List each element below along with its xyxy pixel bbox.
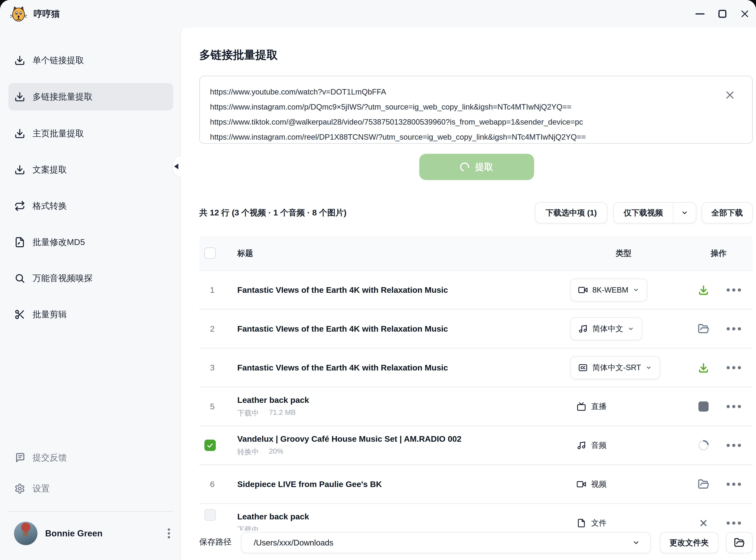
repeat-icon: [14, 200, 25, 212]
open-folder-button[interactable]: [697, 478, 710, 491]
save-path-label: 保存路径: [199, 537, 232, 547]
type-select-dropdown[interactable]: 简体中文-SRT: [570, 356, 660, 379]
type-indicator: 直播: [570, 401, 606, 412]
change-folder-label: 更改文件夹: [670, 537, 709, 548]
row-title: Leather back pack: [237, 512, 570, 522]
stop-button[interactable]: [697, 400, 710, 413]
sidebar-item-label: 多链接批量提取: [33, 91, 93, 103]
table-row: 3 Fantastic VIews of the Earth 4K with R…: [199, 348, 753, 386]
kebab-horizontal-icon: [726, 365, 742, 370]
column-header-action: 操作: [688, 248, 753, 259]
type-label: 简体中文-SRT: [592, 362, 641, 373]
open-folder-button[interactable]: [697, 323, 710, 335]
url-input[interactable]: https://www.youtube.com/watch?v=DOT1LmQb…: [199, 76, 753, 144]
row-title: Fantastic VIews of the Earth 4K with Rel…: [237, 324, 570, 334]
closed-captions-icon: [578, 363, 588, 372]
dropdown-toggle[interactable]: [673, 209, 696, 216]
bottom-bar: 保存路径 /Users/xxx/Downloads 更改文件夹: [181, 531, 756, 560]
sidebar-item-single-link-extract[interactable]: 单个链接提取: [8, 46, 173, 74]
more-actions-button[interactable]: [726, 365, 742, 370]
row-checkbox[interactable]: [204, 509, 216, 521]
table-row: 5 Leather back pack 下载中 71.2 MB 直播: [199, 386, 753, 425]
save-path-select[interactable]: /Users/xxx/Downloads: [241, 532, 651, 553]
type-select-dropdown[interactable]: 简体中文: [570, 317, 642, 340]
download-selected-label: 下载选中项 (1): [546, 207, 597, 218]
change-folder-button[interactable]: 更改文件夹: [660, 532, 719, 553]
table-row: 6 Sidepiece LIVE from Paulie Gee's BK 视频: [199, 464, 753, 503]
titlebar: 哼哼猫: [0, 0, 756, 28]
table-row: 2 Fantastic VIews of the Earth 4K with R…: [199, 309, 753, 348]
sidebar-item-copywriting-extract[interactable]: 文案提取: [8, 156, 173, 184]
download-selected-button[interactable]: 下载选中项 (1): [535, 202, 608, 223]
chevron-down-icon: [633, 539, 640, 546]
download-icon: [698, 362, 709, 374]
kebab-horizontal-icon: [726, 482, 742, 486]
maximize-icon: [718, 10, 727, 18]
sidebar-item-universal-sniffer[interactable]: 万能音视频嗅探: [8, 264, 173, 292]
url-line: https://www.instagram.com/p/DQmc9×5jIWS/…: [210, 99, 717, 115]
more-actions-button[interactable]: [726, 482, 742, 486]
clear-input-button[interactable]: [724, 89, 736, 101]
sidebar-item-multi-link-batch-extract[interactable]: 多链接批量提取: [8, 83, 173, 111]
table-row: Vandelux | Groovy Café House Music Set |…: [199, 425, 753, 464]
type-label: 音频: [591, 440, 606, 451]
extract-button[interactable]: 提取: [419, 154, 534, 180]
download-icon: [14, 128, 25, 139]
download-icon: [698, 284, 709, 296]
download-all-button[interactable]: 全部下载: [701, 202, 753, 223]
type-label: 8K-WEBM: [592, 286, 628, 294]
sidebar-item-label: 万能音视频嗅探: [33, 273, 93, 284]
row-status: 下载中 71.2 MB: [237, 408, 570, 418]
download-button[interactable]: [697, 362, 710, 374]
column-header-title: 标题: [221, 248, 570, 259]
sidebar-item-label: 文案提取: [33, 164, 67, 176]
feedback-icon: [14, 452, 25, 463]
type-label: 视频: [591, 479, 606, 489]
url-line: https://www.instagram.com/reel/DP1X88TCN…: [210, 129, 717, 144]
extract-button-label: 提取: [475, 161, 493, 173]
sidebar-item-settings[interactable]: 设置: [8, 475, 173, 503]
close-icon: [740, 9, 750, 19]
type-indicator: 文件: [570, 518, 606, 528]
row-number: 3: [199, 363, 221, 373]
download-button[interactable]: [697, 284, 710, 296]
row-title: Leather back pack: [237, 395, 570, 405]
folder-open-icon: [734, 537, 745, 548]
user-profile[interactable]: Bonnie Green: [8, 519, 175, 548]
close-button[interactable]: [734, 0, 756, 28]
sidebar: 单个链接提取 多链接批量提取 主页批量提取 文案提取 格式转换: [0, 28, 180, 560]
download-video-only-split-button[interactable]: 仅下载视频: [613, 202, 696, 223]
sidebar-item-batch-edit[interactable]: 批量剪辑: [8, 300, 173, 328]
sidebar-item-format-convert[interactable]: 格式转换: [8, 192, 173, 220]
more-actions-button[interactable]: [726, 443, 742, 447]
row-number: 1: [199, 285, 221, 295]
more-actions-button[interactable]: [726, 521, 742, 525]
user-menu-button[interactable]: [163, 527, 175, 539]
sidebar-item-label: 设置: [33, 483, 50, 494]
kebab-horizontal-icon: [726, 288, 742, 292]
row-title: Sidepiece LIVE from Paulie Gee's BK: [237, 479, 570, 489]
more-actions-button[interactable]: [726, 288, 742, 292]
sidebar-item-homepage-batch-extract[interactable]: 主页批量提取: [8, 120, 173, 147]
download-icon: [14, 91, 25, 103]
cancel-button[interactable]: [697, 517, 710, 529]
sidebar-item-label: 提交反馈: [33, 452, 67, 463]
open-save-folder-button[interactable]: [726, 532, 753, 553]
select-all-checkbox[interactable]: [204, 247, 216, 259]
close-icon: [724, 89, 736, 101]
maximize-button[interactable]: [711, 0, 734, 28]
row-checkbox-checked[interactable]: [204, 440, 216, 451]
app-logo-cat-icon: [10, 5, 27, 22]
save-path-value: /Users/xxx/Downloads: [254, 538, 633, 547]
sidebar-item-submit-feedback[interactable]: 提交反馈: [8, 444, 173, 472]
search-icon: [14, 273, 25, 284]
type-select-dropdown[interactable]: 8K-WEBM: [570, 278, 647, 301]
minimize-button[interactable]: [689, 0, 711, 28]
kebab-horizontal-icon: [726, 404, 742, 408]
more-actions-button[interactable]: [726, 327, 742, 331]
sidebar-item-batch-modify-md5[interactable]: 批量修改MD5: [8, 228, 173, 256]
close-icon: [698, 518, 709, 528]
row-number: 5: [199, 402, 221, 411]
status-value: 20%: [269, 447, 283, 457]
more-actions-button[interactable]: [726, 404, 742, 408]
